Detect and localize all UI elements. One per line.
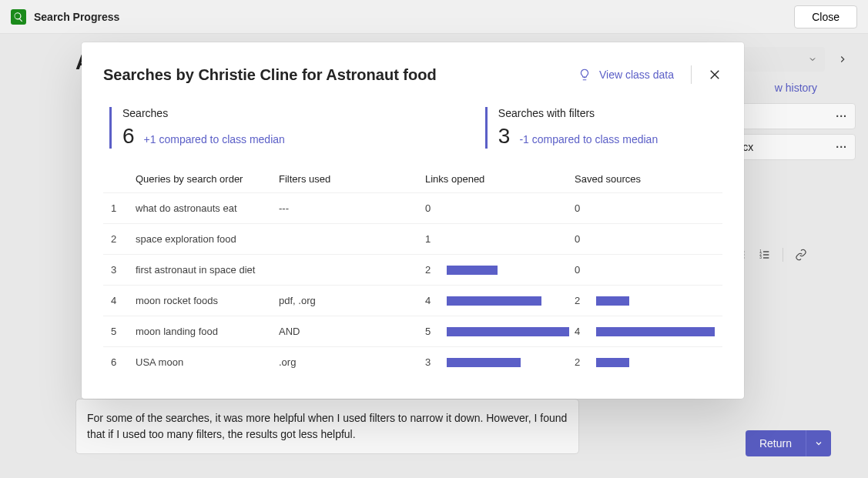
stat-accent: [109, 107, 112, 149]
modal-title: Searches by Christie Cline for Astronaut…: [103, 66, 437, 84]
divider: [691, 65, 692, 84]
row-index: 4: [111, 295, 136, 306]
saved-count: 0: [575, 202, 585, 214]
saved-bar: [596, 235, 715, 244]
row-index: 6: [111, 356, 136, 368]
saved-count: 2: [575, 295, 585, 306]
saved-bar: [596, 358, 715, 367]
stats-row: Searches 6 +1 compared to class median S…: [103, 107, 722, 149]
row-links: 0: [425, 202, 575, 214]
table-row: 6USA moon.org32: [103, 346, 722, 377]
links-count: 2: [425, 264, 436, 276]
row-query: space exploration food: [136, 233, 279, 245]
lightbulb-icon: [578, 68, 592, 82]
stat-delta: -1 compared to class median: [519, 133, 658, 145]
table-row: 1what do astronauts eat---00: [103, 192, 722, 223]
row-query: what do astronauts eat: [136, 202, 279, 214]
table-header-row: Queries by search order Filters used Lin…: [103, 165, 722, 192]
links-count: 1: [425, 233, 436, 245]
links-count: 0: [425, 202, 436, 214]
links-bar: [447, 204, 575, 213]
table-row: 2space exploration food10: [103, 223, 722, 254]
saved-bar: [596, 204, 715, 213]
row-index: 5: [111, 326, 136, 337]
modal-header: Searches by Christie Cline for Astronaut…: [103, 65, 722, 84]
table-row: 4moon rocket foodspdf, .org42: [103, 285, 722, 316]
stat-value: 6: [122, 124, 135, 149]
search-progress-icon: [11, 9, 26, 25]
saved-count: 0: [575, 233, 585, 245]
row-query: USA moon: [136, 356, 279, 368]
row-query: first astronaut in space diet: [136, 264, 279, 276]
saved-bar: [596, 327, 715, 336]
close-button[interactable]: Close: [794, 5, 857, 28]
stat-delta: +1 compared to class median: [144, 133, 285, 145]
page-title: Search Progress: [34, 11, 119, 23]
links-bar: [447, 296, 575, 306]
row-saved: 4: [575, 326, 715, 337]
row-index: 2: [111, 233, 136, 245]
table-row: 5moon landing foodAND54: [103, 316, 722, 346]
saved-count: 4: [575, 326, 585, 337]
links-bar: [447, 358, 575, 367]
row-index: 1: [111, 202, 136, 214]
row-links: 2: [425, 264, 575, 276]
links-bar: [447, 327, 575, 336]
stat-accent: [485, 107, 488, 149]
col-filters-header: Filters used: [279, 173, 425, 185]
col-links-header: Links opened: [425, 173, 575, 185]
links-bar: [447, 266, 575, 275]
saved-bar: [596, 296, 715, 306]
stat-value: 3: [498, 124, 511, 149]
view-class-data-label: View class data: [599, 69, 674, 81]
col-saved-header: Saved sources: [575, 173, 715, 185]
row-links: 5: [425, 326, 575, 337]
links-count: 4: [425, 295, 436, 306]
row-query: moon rocket foods: [136, 295, 279, 306]
queries-table: Queries by search order Filters used Lin…: [103, 165, 722, 377]
stat-searches: Searches 6 +1 compared to class median: [109, 107, 285, 149]
view-class-data-link[interactable]: View class data: [578, 68, 674, 82]
row-query: moon landing food: [136, 326, 279, 337]
topbar: Search Progress Close: [0, 0, 868, 34]
row-filters: ---: [279, 202, 425, 214]
row-filters: .org: [279, 356, 425, 368]
col-queries-header: Queries by search order: [136, 173, 279, 185]
stat-label: Searches: [122, 107, 285, 119]
links-count: 3: [425, 356, 436, 368]
row-saved: 2: [575, 295, 715, 306]
row-saved: 0: [575, 264, 715, 276]
links-count: 5: [425, 326, 436, 337]
links-bar: [447, 235, 575, 244]
col-idx: [111, 173, 136, 185]
row-saved: 0: [575, 233, 715, 245]
row-saved: 2: [575, 356, 715, 368]
row-filters: pdf, .org: [279, 295, 425, 306]
saved-count: 0: [575, 264, 585, 276]
row-saved: 0: [575, 202, 715, 214]
row-links: 4: [425, 295, 575, 306]
saved-count: 2: [575, 356, 585, 368]
stat-label: Searches with filters: [498, 107, 658, 119]
search-details-modal: Searches by Christie Cline for Astronaut…: [82, 42, 744, 399]
row-filters: AND: [279, 326, 425, 337]
table-row: 3first astronaut in space diet20: [103, 254, 722, 285]
row-links: 1: [425, 233, 575, 245]
row-index: 3: [111, 264, 136, 276]
stat-searches-filters: Searches with filters 3 -1 compared to c…: [485, 107, 658, 149]
row-links: 3: [425, 356, 575, 368]
saved-bar: [596, 266, 715, 275]
close-icon[interactable]: [707, 67, 722, 82]
